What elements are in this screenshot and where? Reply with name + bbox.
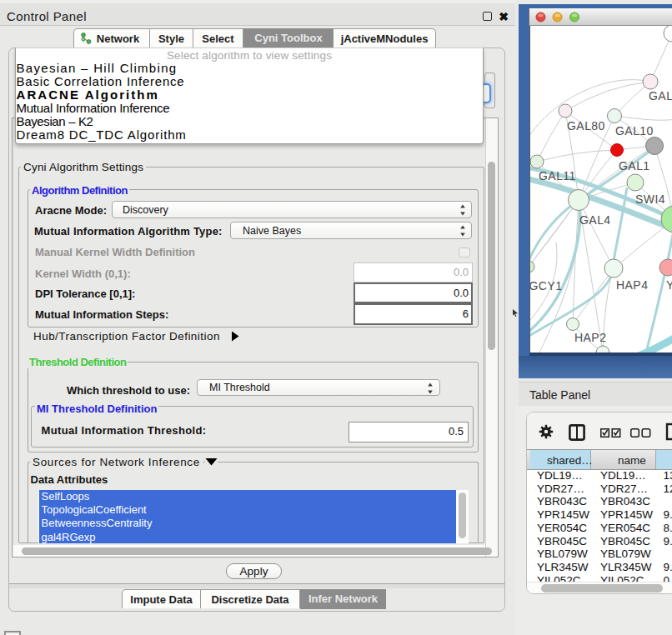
svg-text:GAL10: GAL10 <box>615 124 654 138</box>
svg-text:GAL4: GAL4 <box>579 213 611 227</box>
svg-text:GAL1: GAL1 <box>619 159 650 172</box>
svg-text:GAL80: GAL80 <box>567 119 605 132</box>
svg-text:YJL0: YJL0 <box>666 278 672 292</box>
svg-text:SWI4: SWI4 <box>635 192 665 206</box>
svg-text:GAL7: GAL7 <box>649 89 672 102</box>
svg-text:GCY1: GCY1 <box>530 279 562 292</box>
svg-text:HAP4: HAP4 <box>616 278 648 292</box>
svg-text:GAL11: GAL11 <box>539 169 576 182</box>
svg-text:HAP2: HAP2 <box>574 331 606 344</box>
